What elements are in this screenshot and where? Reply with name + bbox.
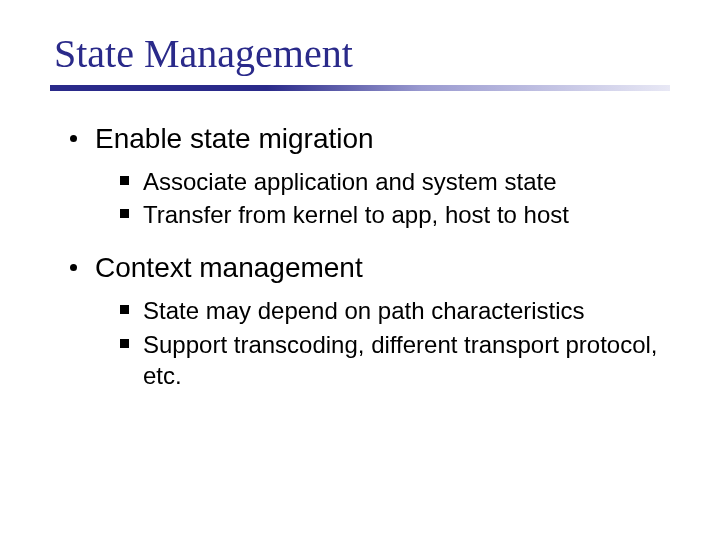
bullet-group: Enable state migration Associate applica… [50, 121, 670, 230]
bullet-square-icon [120, 176, 129, 185]
bullet-text: State may depend on path characteristics [143, 295, 585, 326]
bullet-group: Context management State may depend on p… [50, 250, 670, 391]
bullet-square-icon [120, 209, 129, 218]
bullet-text: Support transcoding, different transport… [143, 329, 663, 391]
bullet-square-icon [120, 339, 129, 348]
bullet-text: Context management [95, 250, 363, 285]
bullet-level2: Transfer from kernel to app, host to hos… [120, 199, 670, 230]
bullet-text: Enable state migration [95, 121, 374, 156]
bullet-level2: Support transcoding, different transport… [120, 329, 670, 391]
bullet-dot-icon [70, 264, 77, 271]
bullet-level1: Context management [70, 250, 670, 285]
bullet-text: Transfer from kernel to app, host to hos… [143, 199, 569, 230]
bullet-square-icon [120, 305, 129, 314]
bullet-level1: Enable state migration [70, 121, 670, 156]
slide: State Management Enable state migration … [0, 0, 720, 540]
bullet-dot-icon [70, 135, 77, 142]
bullet-level2: State may depend on path characteristics [120, 295, 670, 326]
bullet-text: Associate application and system state [143, 166, 557, 197]
title-rule [50, 85, 670, 91]
slide-title: State Management [50, 30, 670, 77]
bullet-level2: Associate application and system state [120, 166, 670, 197]
